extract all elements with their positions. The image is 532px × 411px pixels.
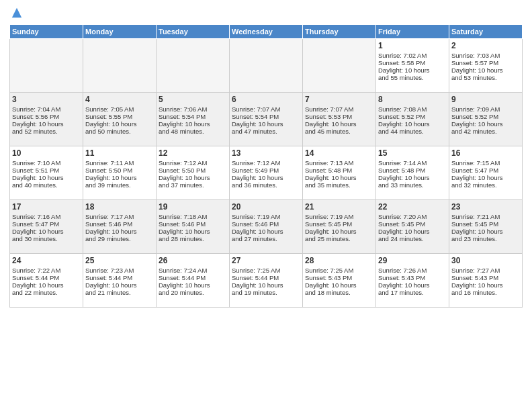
day-info: Sunset: 5:48 PM: [305, 167, 373, 174]
day-info: Sunset: 5:56 PM: [12, 113, 81, 120]
day-cell: 17Sunrise: 7:16 AMSunset: 5:47 PMDayligh…: [10, 200, 83, 254]
day-info: and 52 minutes.: [12, 128, 81, 135]
day-cell: 7Sunrise: 7:07 AMSunset: 5:53 PMDaylight…: [303, 93, 376, 146]
day-cell: 16Sunrise: 7:15 AMSunset: 5:47 PMDayligh…: [449, 146, 523, 200]
svg-marker-0: [12, 8, 21, 17]
day-info: and 48 minutes.: [159, 128, 227, 135]
day-number: 20: [232, 202, 300, 212]
week-row-4: 17Sunrise: 7:16 AMSunset: 5:47 PMDayligh…: [10, 200, 523, 254]
day-info: and 22 minutes.: [12, 289, 81, 296]
calendar-table: SundayMondayTuesdayWednesdayThursdayFrid…: [9, 24, 523, 308]
day-number: 22: [378, 202, 447, 212]
day-cell: 8Sunrise: 7:08 AMSunset: 5:52 PMDaylight…: [376, 93, 449, 146]
day-info: Sunset: 5:51 PM: [12, 167, 81, 174]
day-info: and 24 minutes.: [378, 235, 447, 242]
day-info: Sunrise: 7:07 AM: [232, 105, 300, 113]
day-info: Sunset: 5:48 PM: [378, 167, 447, 174]
day-number: 15: [378, 148, 447, 158]
day-info: and 45 minutes.: [305, 128, 373, 135]
day-info: Sunrise: 7:11 AM: [85, 159, 154, 167]
day-info: and 50 minutes.: [85, 128, 154, 135]
day-info: Daylight: 10 hours: [232, 174, 300, 181]
day-cell: 19Sunrise: 7:18 AMSunset: 5:46 PMDayligh…: [157, 200, 230, 254]
day-number: 13: [232, 148, 300, 158]
day-info: and 23 minutes.: [451, 235, 520, 242]
day-info: Sunset: 5:50 PM: [159, 167, 227, 174]
col-header-wednesday: Wednesday: [230, 25, 303, 39]
day-info: Daylight: 10 hours: [305, 120, 373, 128]
day-info: Sunset: 5:44 PM: [85, 274, 154, 281]
col-header-thursday: Thursday: [303, 25, 376, 39]
day-info: Daylight: 10 hours: [232, 228, 300, 235]
day-number: 27: [232, 256, 300, 265]
day-info: Sunset: 5:46 PM: [85, 220, 154, 228]
day-info: Sunset: 5:44 PM: [232, 274, 300, 281]
day-cell: 3Sunrise: 7:04 AMSunset: 5:56 PMDaylight…: [10, 93, 83, 146]
day-info: Daylight: 10 hours: [451, 281, 520, 289]
day-info: and 35 minutes.: [305, 181, 373, 189]
day-info: Daylight: 10 hours: [85, 228, 154, 235]
header-row: SundayMondayTuesdayWednesdayThursdayFrid…: [10, 25, 523, 39]
day-info: Sunset: 5:47 PM: [12, 220, 81, 228]
day-number: 14: [305, 148, 373, 158]
day-info: Daylight: 10 hours: [12, 120, 81, 128]
day-info: Daylight: 10 hours: [305, 228, 373, 235]
day-info: Sunrise: 7:26 AM: [378, 267, 447, 274]
day-number: 1: [378, 41, 447, 50]
day-cell: [230, 39, 303, 93]
day-info: Sunrise: 7:20 AM: [378, 213, 447, 220]
day-cell: 27Sunrise: 7:25 AMSunset: 5:44 PMDayligh…: [230, 254, 303, 308]
week-row-3: 10Sunrise: 7:10 AMSunset: 5:51 PMDayligh…: [10, 146, 523, 200]
day-info: Sunrise: 7:08 AM: [378, 105, 447, 113]
day-info: Sunset: 5:44 PM: [12, 274, 81, 281]
day-info: Sunrise: 7:06 AM: [159, 105, 227, 113]
day-info: and 21 minutes.: [85, 289, 154, 296]
day-number: 11: [85, 148, 154, 158]
day-number: 23: [451, 202, 520, 212]
day-info: Sunset: 5:49 PM: [232, 167, 300, 174]
day-info: Sunset: 5:55 PM: [85, 113, 154, 120]
day-number: 2: [451, 41, 520, 50]
day-info: Daylight: 10 hours: [305, 174, 373, 181]
day-cell: 13Sunrise: 7:12 AMSunset: 5:49 PMDayligh…: [230, 146, 303, 200]
day-info: Sunset: 5:44 PM: [159, 274, 227, 281]
day-cell: 20Sunrise: 7:19 AMSunset: 5:46 PMDayligh…: [230, 200, 303, 254]
col-header-saturday: Saturday: [449, 25, 523, 39]
day-cell: 4Sunrise: 7:05 AMSunset: 5:55 PMDaylight…: [83, 93, 157, 146]
day-number: 16: [451, 148, 520, 158]
week-row-1: 1Sunrise: 7:02 AMSunset: 5:58 PMDaylight…: [10, 39, 523, 93]
day-info: Sunrise: 7:12 AM: [232, 159, 300, 167]
day-info: Daylight: 10 hours: [159, 228, 227, 235]
day-cell: 30Sunrise: 7:27 AMSunset: 5:43 PMDayligh…: [449, 254, 523, 308]
day-cell: 11Sunrise: 7:11 AMSunset: 5:50 PMDayligh…: [83, 146, 157, 200]
day-cell: 6Sunrise: 7:07 AMSunset: 5:54 PMDaylight…: [230, 93, 303, 146]
day-info: Daylight: 10 hours: [85, 281, 154, 289]
day-info: Sunrise: 7:13 AM: [305, 159, 373, 167]
day-info: Daylight: 10 hours: [451, 228, 520, 235]
day-number: 12: [159, 148, 227, 158]
day-info: and 53 minutes.: [451, 74, 520, 81]
day-cell: 22Sunrise: 7:20 AMSunset: 5:45 PMDayligh…: [376, 200, 449, 254]
day-info: Sunrise: 7:03 AM: [451, 52, 520, 59]
day-number: 24: [12, 256, 81, 265]
day-info: and 40 minutes.: [12, 181, 81, 189]
day-info: Daylight: 10 hours: [85, 174, 154, 181]
day-number: 29: [378, 256, 447, 265]
day-cell: [157, 39, 230, 93]
day-cell: [303, 39, 376, 93]
week-row-5: 24Sunrise: 7:22 AMSunset: 5:44 PMDayligh…: [10, 254, 523, 308]
day-info: Sunrise: 7:10 AM: [12, 159, 81, 167]
day-info: Sunrise: 7:15 AM: [451, 159, 520, 167]
day-number: 17: [12, 202, 81, 212]
day-number: 9: [451, 95, 520, 104]
day-info: Daylight: 10 hours: [232, 120, 300, 128]
day-info: Sunrise: 7:22 AM: [12, 267, 81, 274]
day-info: and 25 minutes.: [305, 235, 373, 242]
day-info: and 28 minutes.: [159, 235, 227, 242]
day-info: Sunrise: 7:18 AM: [159, 213, 227, 220]
day-info: Sunset: 5:43 PM: [305, 274, 373, 281]
day-cell: 28Sunrise: 7:25 AMSunset: 5:43 PMDayligh…: [303, 254, 376, 308]
day-info: Sunrise: 7:27 AM: [451, 267, 520, 274]
day-info: Sunrise: 7:02 AM: [378, 52, 447, 59]
day-info: and 17 minutes.: [378, 289, 447, 296]
